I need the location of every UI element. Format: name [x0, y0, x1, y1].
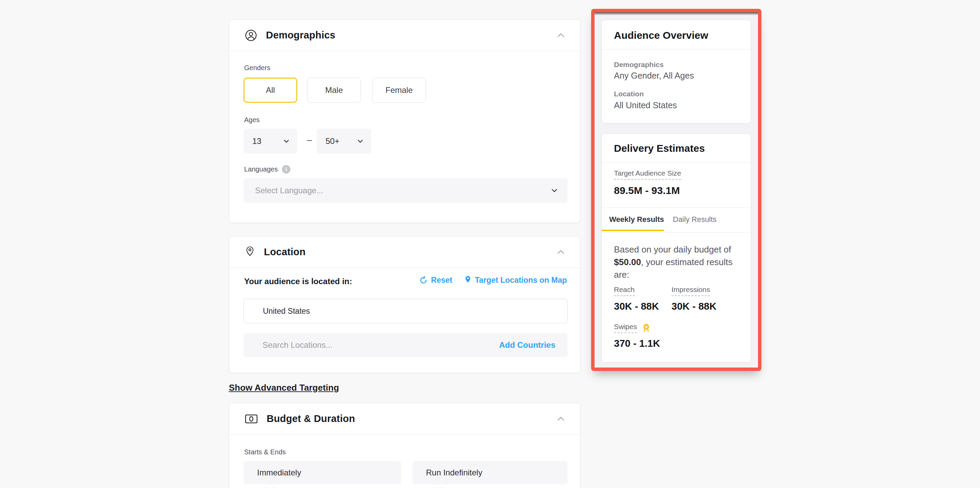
scroll-shadow: [595, 12, 758, 15]
swipes-metric: Swipes 370 - 1.1K: [614, 323, 660, 349]
demographics-person-icon: [245, 29, 257, 41]
audience-overview-card: Audience Overview Demographics Any Gende…: [601, 20, 751, 124]
tab-weekly-results[interactable]: Weekly Results: [602, 208, 664, 231]
budget-estimate-text: Based on your daily budget of $50.00, yo…: [614, 243, 742, 281]
overview-location-value: All United States: [614, 100, 677, 110]
target-audience-size-value: 89.5M - 93.1M: [614, 185, 680, 196]
genders-label: Genders: [244, 64, 270, 72]
end-timezone-label[interactable]: Central Time: [414, 486, 452, 488]
selected-location-row[interactable]: United States: [243, 299, 568, 323]
swipes-label[interactable]: Swipes: [614, 323, 637, 333]
map-pin-icon: [464, 275, 472, 285]
reset-icon: [419, 276, 428, 285]
target-audience-size-label[interactable]: Target Audience Size: [614, 169, 681, 180]
reset-link-label: Reset: [431, 276, 453, 285]
starts-ends-label: Starts & Ends: [244, 448, 286, 456]
info-icon[interactable]: i: [282, 165, 290, 174]
ages-label: Ages: [244, 116, 260, 124]
location-collapse-chevron-icon[interactable]: [555, 246, 566, 258]
add-countries-button[interactable]: Add Countries: [499, 340, 555, 350]
location-search-row: Add Countries: [243, 333, 568, 357]
tab-daily-results[interactable]: Daily Results: [673, 208, 716, 231]
demographics-card: Demographics Genders All Male Female Age…: [229, 19, 581, 223]
languages-label: Languages: [244, 165, 278, 173]
budget-duration-card: Budget & Duration Starts & Ends Immediat…: [229, 403, 581, 488]
chevron-down-icon: [282, 137, 290, 145]
gender-female-button[interactable]: Female: [372, 78, 426, 103]
target-locations-on-map-link[interactable]: Target Locations on Map: [464, 275, 567, 285]
highlight-frame: Audience Overview Demographics Any Gende…: [591, 9, 761, 371]
location-card: Location Your audience is located in: Re…: [229, 236, 581, 373]
money-icon: [245, 414, 258, 424]
snap-ads-targeting-page: Demographics Genders All Male Female Age…: [0, 0, 980, 488]
location-actions: Reset Target Locations on Map: [419, 275, 567, 285]
impressions-label[interactable]: Impressions: [671, 285, 710, 296]
languages-label-row: Languages i: [244, 165, 290, 174]
overview-demographics-value: Any Gender, All Ages: [614, 71, 694, 81]
medal-icon: [641, 323, 651, 333]
target-locations-link-label: Target Locations on Map: [475, 276, 567, 285]
show-advanced-targeting-link[interactable]: Show Advanced Targeting: [229, 382, 339, 393]
end-time-value: Run Indefinitely: [426, 468, 482, 477]
gender-male-button[interactable]: Male: [307, 78, 361, 103]
gender-all-button[interactable]: All: [243, 78, 297, 103]
divider: [602, 162, 751, 163]
audience-located-label: Your audience is located in:: [244, 277, 352, 286]
location-pin-icon: [245, 246, 255, 258]
overview-location-label: Location: [614, 90, 644, 98]
audience-overview-title: Audience Overview: [614, 30, 708, 41]
location-search-input[interactable]: [243, 340, 499, 350]
impressions-metric: Impressions 30K - 88K: [671, 285, 716, 312]
divider: [602, 232, 751, 233]
reach-label[interactable]: Reach: [614, 285, 635, 296]
age-max-dropdown[interactable]: 50+: [317, 128, 371, 154]
location-card-title: Location: [264, 246, 305, 258]
end-time-field[interactable]: Run Indefinitely: [412, 461, 568, 484]
reach-metric: Reach 30K - 88K: [614, 285, 659, 312]
swipes-value: 370 - 1.1K: [614, 338, 660, 349]
language-select-placeholder: Select Language...: [255, 186, 323, 195]
delivery-estimates-card: Delivery Estimates Target Audience Size …: [601, 133, 751, 363]
impressions-value: 30K - 88K: [671, 301, 716, 312]
start-timezone-label[interactable]: Central Time: [245, 486, 283, 488]
age-max-value: 50+: [326, 136, 339, 146]
overview-demographics-label: Demographics: [614, 60, 663, 69]
delivery-estimates-title: Delivery Estimates: [614, 143, 705, 154]
age-min-value: 13: [252, 136, 261, 146]
budget-card-header: Budget & Duration: [229, 403, 580, 434]
language-select[interactable]: Select Language...: [243, 178, 568, 203]
reset-link[interactable]: Reset: [419, 276, 453, 285]
start-time-field[interactable]: Immediately: [243, 461, 401, 484]
start-time-value: Immediately: [257, 468, 301, 477]
divider: [602, 49, 751, 50]
chevron-down-icon: [550, 186, 559, 195]
location-card-header: Location: [229, 236, 580, 268]
selected-location-value: United States: [263, 307, 310, 316]
demographics-collapse-chevron-icon[interactable]: [555, 30, 566, 41]
reach-value: 30K - 88K: [614, 301, 659, 312]
budget-collapse-chevron-icon[interactable]: [555, 413, 566, 425]
budget-card-title: Budget & Duration: [267, 413, 355, 425]
budget-text-prefix: Based on your daily budget of: [614, 244, 731, 255]
budget-amount: $50.00: [614, 257, 641, 267]
chevron-down-icon: [356, 137, 364, 145]
demographics-card-title: Demographics: [266, 30, 336, 41]
demographics-card-header: Demographics: [229, 20, 580, 51]
age-min-dropdown[interactable]: 13: [243, 128, 297, 154]
